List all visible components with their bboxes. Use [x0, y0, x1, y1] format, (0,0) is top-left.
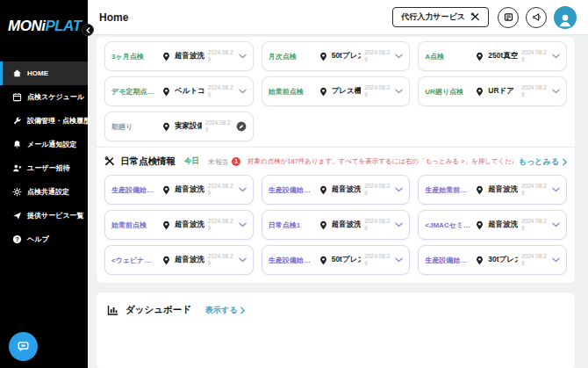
sidebar-item-services-list[interactable]: 提供サービス一覧 — [0, 204, 88, 227]
sidebar-item-label: 提供サービス一覧 — [27, 211, 84, 220]
sidebar-item-equipment-history[interactable]: 設備管理・点検履歴 — [0, 109, 88, 133]
location-pin-icon — [475, 220, 484, 230]
location-pin-icon — [319, 52, 328, 61]
inspection-name: 生産始業前… — [425, 185, 471, 195]
inspection-card[interactable]: 始業前点検 プレス機10 2024.08.29 — [262, 76, 411, 106]
daily-section-header: 日常点検情報 今日 未報告 1 対象の点検が187件あります。すべてを表示するに… — [104, 155, 567, 168]
help-icon: ? — [12, 235, 22, 244]
news-icon — [504, 12, 513, 22]
see-more-link[interactable]: もっとみる — [519, 156, 567, 168]
inspection-name: <JMACセミ… — [425, 220, 471, 230]
location-pin-icon — [161, 185, 171, 195]
equipment-name: 50tプレス機 — [332, 51, 362, 61]
inspection-card[interactable]: 3ヶ月点検 超音波洗浄機 2024.08.29 — [104, 41, 254, 71]
equipment-name: 250t真空プ… — [488, 51, 518, 61]
daily-inspection-card[interactable]: 生産設備始… 超音波洗浄機 2024.08.29 — [104, 175, 254, 205]
inspection-date: 2024.08.29 — [208, 84, 235, 99]
sidebar-collapse-button[interactable] — [82, 24, 94, 36]
inspection-card[interactable]: デモ定期点… ベルトコン… 2024.08.29 — [104, 76, 254, 106]
inspection-date: 2024.08.29 — [364, 84, 391, 99]
announcement-button[interactable] — [526, 7, 547, 28]
inspection-name: 生産設備始… — [269, 185, 315, 195]
inspection-date: 2024.08.29 — [521, 49, 549, 64]
user-avatar[interactable] — [554, 6, 577, 29]
unreported-filter[interactable]: 未報告 1 — [208, 157, 240, 167]
page-title: Home — [99, 11, 128, 24]
chevron-down-icon — [239, 54, 247, 59]
inspection-card[interactable]: UR廻り点検 URドア 2024.08.29 — [418, 76, 567, 106]
dashboard-show-link[interactable]: 表示する — [205, 305, 245, 316]
brand-logo-right: PLAT — [45, 18, 81, 34]
sidebar-item-label: 点検スケジュール — [27, 92, 84, 102]
inspection-date: 2024.08.29 — [364, 49, 391, 64]
inspection-date: 2024.08.29 — [208, 183, 235, 198]
chevron-down-icon — [395, 89, 403, 94]
sidebar-item-help[interactable]: ? ヘルプ — [0, 227, 88, 251]
location-pin-icon — [475, 87, 484, 97]
dashboard-show-label: 表示する — [205, 305, 237, 316]
header: Home 代行入力サービス — [88, 0, 588, 35]
news-button[interactable] — [498, 7, 519, 28]
chevron-down-icon — [239, 187, 247, 192]
inspection-name: 始業前点検 — [269, 87, 315, 97]
calendar-icon — [12, 92, 22, 102]
location-pin-icon — [319, 87, 328, 97]
chevron-down-icon — [552, 257, 560, 263]
daily-inspection-card[interactable]: 日常点検1 超音波洗浄機 2024.08.29 — [262, 210, 411, 240]
section-divider — [97, 147, 575, 148]
inspection-name: 生産設備始… — [269, 256, 315, 265]
proxy-input-service-button[interactable]: 代行入力サービス — [392, 7, 489, 27]
inspection-card[interactable]: 月次点検 50tプレス機 2024.08.29 — [262, 41, 411, 71]
inspection-name: 3ヶ月点検 — [111, 52, 158, 61]
inspection-date: 2024.08.29 — [205, 119, 233, 134]
daily-inspection-card[interactable]: 始業前点検 超音波洗浄機 2024.08.29 — [104, 210, 254, 240]
inspection-date: 2024.08.29 — [208, 218, 235, 233]
tools-icon — [470, 12, 480, 22]
brand-logo-left: MONi — [8, 18, 45, 34]
gear-icon — [12, 187, 22, 197]
daily-inspection-card[interactable]: <JMACセミ… 超音波洗浄機 2024.08.29 — [418, 210, 567, 240]
daily-inspection-card[interactable]: 生産設備始… 超音波洗浄機 2024.08.29 — [262, 175, 411, 205]
sidebar-item-schedule[interactable]: 点検スケジュール — [0, 85, 88, 109]
unreported-label: 未報告 — [208, 157, 229, 167]
bar-chart-icon — [107, 305, 118, 315]
inspection-name: A点検 — [425, 52, 471, 61]
megaphone-icon — [532, 12, 541, 22]
chevron-right-icon — [563, 158, 567, 166]
chat-button[interactable] — [9, 332, 38, 361]
daily-inspection-card[interactable]: 生産設備始… 50tプレス機 2024.08.29 — [262, 245, 411, 275]
daily-inspection-card[interactable]: 生産設備始… 30tプレス機 2024.08.29 — [418, 245, 567, 275]
chevron-down-icon — [395, 257, 403, 263]
inspection-date: 2024.08.29 — [521, 183, 549, 198]
inspection-date: 2024.08.29 — [364, 218, 391, 233]
chevron-down-icon — [552, 222, 560, 227]
equipment-name: 超音波洗浄機 — [332, 220, 362, 230]
inspection-card[interactable]: 順廻り 実家設備 2024.08.29 — [104, 112, 254, 141]
sidebar-item-label: HOME — [27, 69, 48, 77]
location-pin-icon — [161, 87, 171, 97]
sidebar-item-label: メール通知設定 — [27, 140, 76, 149]
inspection-date: 2024.08.29 — [521, 84, 549, 99]
see-more-label: もっとみる — [519, 156, 559, 168]
inspection-name: 日常点検1 — [269, 220, 315, 230]
inspection-card[interactable]: A点検 250t真空プ… 2024.08.29 — [418, 41, 567, 71]
sidebar-item-home[interactable]: HOME — [0, 61, 88, 85]
dashboard-header: ダッシュボード 表示する — [107, 304, 564, 316]
chat-icon — [16, 339, 31, 354]
location-pin-icon — [475, 185, 484, 195]
equipment-name: 超音波洗浄機 — [175, 51, 204, 61]
inspection-name: <ウェビナ… — [111, 256, 158, 265]
sidebar-item-user-invite[interactable]: ユーザー招待 — [0, 156, 88, 180]
daily-inspection-card[interactable]: <ウェビナ… 超音波洗浄機 2024.08.29 — [104, 245, 254, 275]
daily-inspection-card[interactable]: 生産始業前… 超音波洗浄機 2024.08.29 — [418, 175, 567, 205]
chevron-down-icon — [395, 222, 403, 227]
daily-card-grid: 生産設備始… 超音波洗浄機 2024.08.29 生産設備始… 超音波洗浄機 2… — [104, 175, 567, 275]
sidebar-item-common-settings[interactable]: 点検共通設定 — [0, 180, 88, 204]
main-content: 3ヶ月点検 超音波洗浄機 2024.08.29 月次点検 50tプレス機 202… — [88, 35, 588, 368]
brand-logo: MONiPLAT — [0, 0, 88, 35]
wrench-icon — [12, 116, 22, 126]
today-filter[interactable]: 今日 — [184, 156, 199, 167]
location-pin-icon — [161, 122, 171, 132]
sidebar-item-label: ユーザー招待 — [27, 163, 69, 173]
sidebar-item-mail-settings[interactable]: メール通知設定 — [0, 133, 88, 156]
